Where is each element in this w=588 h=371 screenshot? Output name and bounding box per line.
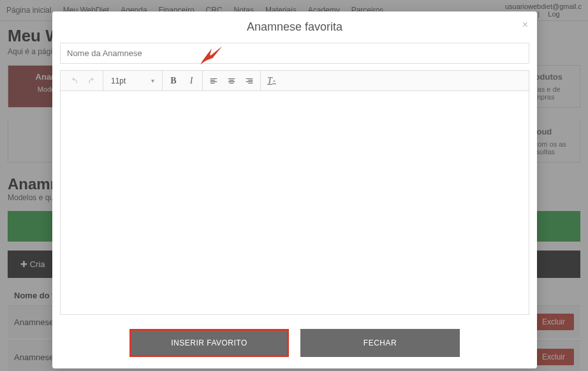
editor-toolbar: 11pt B I [61, 71, 529, 91]
anamnese-modal: Anamnese favorita × 11pt [52, 11, 537, 368]
clear-format-icon[interactable]: T× [265, 74, 279, 88]
bold-button[interactable]: B [166, 74, 180, 88]
insert-favorite-button[interactable]: INSERIR FAVORITO [129, 329, 289, 357]
italic-button[interactable]: I [184, 74, 198, 88]
anamnese-name-input[interactable] [60, 43, 529, 64]
align-right-icon[interactable] [242, 74, 256, 88]
close-icon[interactable]: × [522, 19, 528, 31]
undo-icon[interactable] [67, 74, 81, 88]
align-left-icon[interactable] [207, 74, 221, 88]
align-center-icon[interactable] [224, 74, 239, 88]
close-button[interactable]: FECHAR [300, 329, 460, 357]
redo-icon[interactable] [85, 74, 99, 88]
editor-content-area[interactable] [61, 91, 529, 314]
modal-footer: INSERIR FAVORITO FECHAR [52, 323, 537, 368]
fontsize-select[interactable]: 11pt [107, 75, 138, 87]
rich-text-editor: 11pt B I [60, 70, 529, 315]
modal-title: Anamnese favorita [247, 20, 342, 33]
modal-header: Anamnese favorita × [52, 11, 537, 43]
